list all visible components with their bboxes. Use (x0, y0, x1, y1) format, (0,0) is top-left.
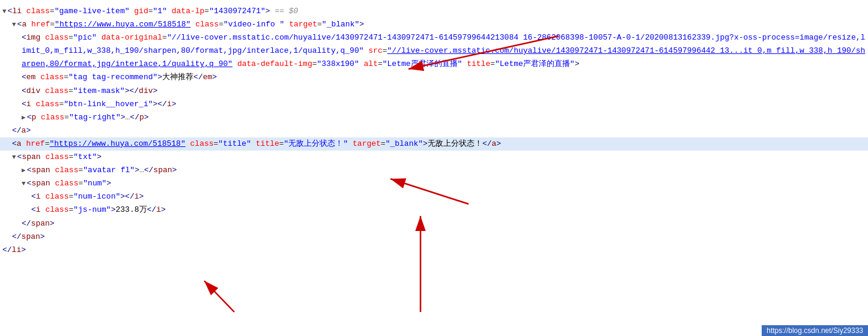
tag-name: i (26, 100, 31, 109)
attr-value: "1430972471" (209, 7, 266, 16)
tag-name: i (135, 192, 139, 201)
expand-arrow[interactable]: ▶ (22, 114, 26, 121)
tag-name: li (12, 7, 22, 16)
attr-value: "avatar fl" (83, 166, 135, 175)
code-line-14: <i class="js-num">233.8万</i> (0, 203, 868, 217)
tag-bracket: > (111, 205, 116, 214)
code-line-10: ▼<span class="txt"> (0, 151, 868, 164)
text-node: 233.8万 (116, 205, 147, 214)
tag-name: div (139, 86, 153, 95)
code-line-11: ▶<span class="avatar fl">…</span> (0, 164, 868, 177)
code-line-7: ▶<p class="tag-right">…</p> (0, 111, 868, 124)
tag-bracket: > (266, 7, 270, 16)
tag-bracket: > (121, 113, 126, 122)
text-node: = (148, 7, 153, 16)
attr-name: target (353, 139, 381, 148)
attr-value-link[interactable]: "https://www.huya.com/518518" (49, 139, 185, 148)
tag-bracket: </ (2, 245, 12, 254)
tag-name: span (31, 179, 50, 188)
code-line-9: <a href="https://www.huya.com/518518" cl… (0, 137, 868, 151)
tag-bracket: < (12, 139, 17, 148)
tag-bracket: </ (482, 139, 492, 148)
code-line-5: <div class="item-mask"></div> (0, 85, 868, 98)
attr-value: "item-mask" (73, 86, 125, 95)
code-line-8: </a> (0, 124, 868, 137)
tag-name: p (139, 113, 144, 122)
tag-bracket: </ (12, 232, 22, 241)
tag-bracket: > (106, 179, 111, 188)
attr-value-link[interactable]: "https://www.huya.com/518518" (55, 20, 190, 29)
tag-name: span (22, 232, 40, 241)
code-line-12: ▼<span class="num"> (0, 177, 868, 190)
attr-value: "Letme严君泽的直播" (495, 59, 575, 68)
tag-bracket: ></ (120, 192, 134, 201)
collapse-arrow[interactable]: ▼ (12, 154, 16, 161)
tag-bracket: > (153, 86, 158, 95)
attr-name: title (256, 139, 279, 148)
attr-name: class (55, 179, 78, 188)
tag-bracket: > (423, 139, 428, 148)
tag-bracket: > (212, 73, 217, 82)
attr-name: title (467, 59, 490, 68)
tag-bracket: ></ (125, 86, 139, 95)
tag-bracket: </ (147, 205, 157, 214)
tag-bracket: ></ (153, 100, 167, 109)
text-node: = (162, 33, 167, 42)
code-line-1: ▼<li class="game-live-item" gid="1" data… (0, 5, 868, 18)
tag-bracket: </ (144, 166, 154, 175)
text-node: = (50, 20, 55, 29)
tag-bracket: < (22, 33, 26, 42)
text-node (186, 139, 190, 148)
attr-value: "无敌上分状态！" (284, 139, 348, 148)
tag-bracket: </ (130, 113, 139, 122)
collapse-arrow[interactable]: ▼ (12, 21, 16, 28)
attr-value: "num" (83, 179, 106, 188)
tag-name: img (26, 33, 40, 42)
code-area: ▼<li class="game-live-item" gid="1" data… (0, 0, 868, 262)
tag-bracket: > (496, 139, 501, 148)
text-node (348, 139, 353, 148)
attr-name: src (368, 46, 382, 55)
tag-bracket: < (22, 100, 26, 109)
code-line-6: <i class="btn-link__hover_i"></i> (0, 98, 868, 111)
tag-name: i (156, 205, 161, 214)
attr-value: "tag-right" (69, 113, 121, 122)
attr-name: class (35, 100, 59, 109)
attr-value: "_blank" (386, 139, 423, 148)
expand-arrow[interactable]: ▶ (22, 167, 26, 174)
tag-name: span (31, 219, 50, 228)
tag-bracket: > (50, 219, 55, 228)
attr-name: gid (134, 7, 148, 16)
tag-name: i (36, 205, 41, 214)
tag-bracket: > (97, 152, 102, 161)
attr-name: class (45, 86, 68, 95)
text-node: = (317, 20, 322, 29)
tag-name: i (167, 100, 172, 109)
text-node (232, 59, 237, 68)
tag-bracket: > (40, 232, 45, 241)
attr-name: data-original (102, 33, 162, 42)
attr-name: data-lp (172, 7, 205, 16)
code-line-3: <img class="pic" data-original="//live-c… (0, 31, 868, 71)
attr-name: class (45, 205, 68, 214)
tag-bracket: </ (193, 73, 203, 82)
collapse-arrow[interactable]: ▼ (22, 180, 26, 187)
text-node: = (68, 33, 73, 42)
tag-name: span (22, 152, 40, 161)
tag-bracket: > (172, 100, 177, 109)
attr-name: class (195, 20, 219, 29)
text-node: = (64, 73, 68, 82)
text-node: = (383, 46, 387, 55)
code-line-2: ▼<a href="https://www.huya.com/518518" c… (0, 18, 868, 31)
collapse-arrow[interactable]: ▼ (2, 8, 7, 15)
tag-name: a (17, 139, 22, 148)
attr-name: class (41, 113, 64, 122)
text-node (251, 139, 256, 148)
attr-name: class (55, 166, 78, 175)
text-node: = (381, 139, 386, 148)
status-bar: https://blog.csdn.net/Siy29333 (762, 325, 868, 336)
url-display: https://blog.csdn.net/Siy29333 (766, 326, 863, 335)
tag-bracket: > (157, 73, 162, 82)
svg-line-3 (204, 281, 234, 312)
text-node (97, 33, 102, 42)
